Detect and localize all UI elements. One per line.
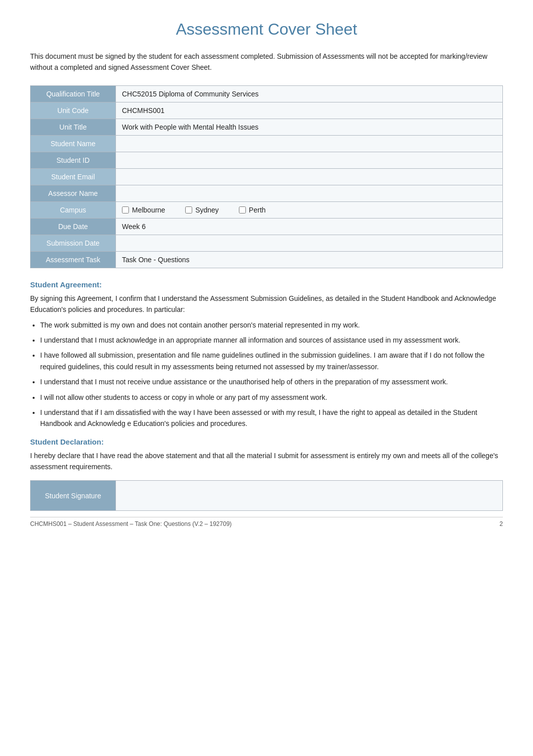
campus-checkbox-melbourne[interactable] — [122, 206, 129, 213]
student-agreement-intro: By signing this Agreement, I confirm tha… — [30, 293, 503, 315]
table-label-5: Student Email — [31, 168, 116, 185]
table-value-10: Task One - Questions — [116, 251, 503, 268]
agreement-item-1: I understand that I must acknowledge in … — [40, 335, 503, 346]
table-label-10: Assessment Task — [31, 251, 116, 268]
table-value-0: CHC52015 Diploma of Community Services — [116, 85, 503, 102]
agreement-list: The work submitted is my own and does no… — [40, 319, 503, 429]
student-declaration-text: I hereby declare that I have read the ab… — [30, 450, 503, 473]
table-value-9 — [116, 235, 503, 251]
table-label-7: Campus — [31, 201, 116, 218]
intro-text: This document must be signed by the stud… — [30, 51, 503, 73]
footer-right: 2 — [499, 520, 503, 527]
agreement-item-0: The work submitted is my own and does no… — [40, 319, 503, 331]
table-label-2: Unit Title — [31, 119, 116, 135]
cover-table: Qualification TitleCHC52015 Diploma of C… — [30, 85, 503, 268]
table-label-8: Due Date — [31, 218, 116, 235]
agreement-item-3: I understand that I must not receive und… — [40, 376, 503, 387]
table-label-0: Qualification Title — [31, 85, 116, 102]
table-value-2: Work with People with Mental Health Issu… — [116, 119, 503, 135]
table-label-6: Assessor Name — [31, 185, 116, 201]
campus-option-perth[interactable]: Perth — [239, 206, 265, 214]
signature-label: Student Signature — [31, 481, 116, 511]
agreement-item-5: I understand that if I am dissatisfied w… — [40, 407, 503, 429]
table-label-1: Unit Code — [31, 102, 116, 119]
table-value-6 — [116, 185, 503, 201]
footer-left: CHCMHS001 – Student Assessment – Task On… — [30, 520, 232, 527]
student-declaration-heading: Student Declaration: — [30, 438, 503, 446]
campus-checkbox-perth[interactable] — [239, 206, 246, 213]
table-value-1: CHCMHS001 — [116, 102, 503, 119]
table-value-4 — [116, 152, 503, 168]
agreement-item-4: I will not allow other students to acces… — [40, 392, 503, 403]
signature-value[interactable] — [116, 481, 503, 511]
table-value-7[interactable]: MelbourneSydneyPerth — [116, 201, 503, 218]
table-value-8: Week 6 — [116, 218, 503, 235]
agreement-item-2: I have followed all submission, presenta… — [40, 350, 503, 372]
table-value-5 — [116, 168, 503, 185]
campus-checkbox-sydney[interactable] — [185, 206, 192, 213]
table-label-3: Student Name — [31, 135, 116, 152]
table-value-3 — [116, 135, 503, 152]
campus-option-melbourne[interactable]: Melbourne — [122, 206, 165, 214]
student-agreement-heading: Student Agreement: — [30, 280, 503, 289]
page-title: Assessment Cover Sheet — [30, 20, 503, 39]
table-label-9: Submission Date — [31, 235, 116, 251]
table-label-4: Student ID — [31, 152, 116, 168]
signature-table: Student Signature — [30, 480, 503, 511]
campus-option-sydney[interactable]: Sydney — [185, 206, 219, 214]
